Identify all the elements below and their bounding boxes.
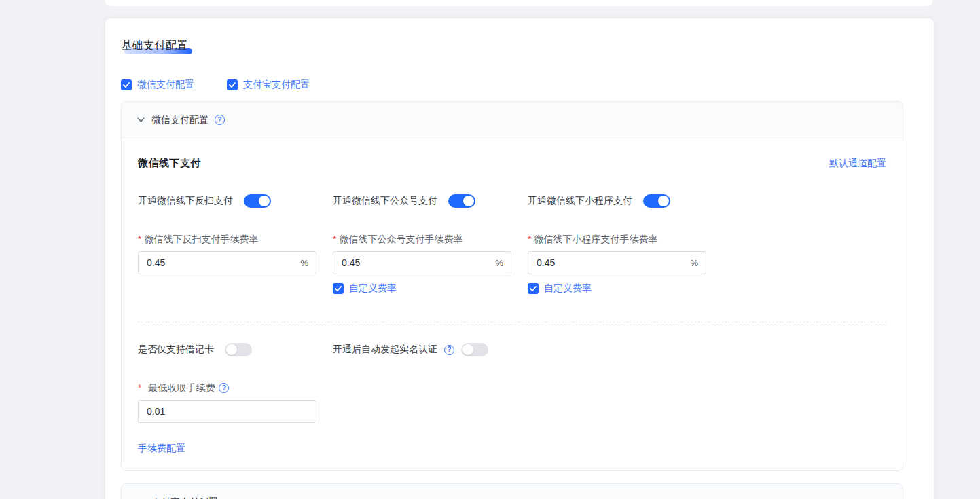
min-fee-input[interactable]	[138, 400, 316, 423]
fee-config-link[interactable]: 手续费配置	[138, 443, 185, 454]
alipay-config-checkbox[interactable]: 支付宝支付配置	[227, 79, 310, 91]
required-marker: *	[138, 382, 141, 394]
toggle-knob	[462, 344, 473, 355]
official-account-rate-input[interactable]	[333, 251, 511, 274]
rate-input-row: % % 自定义费率	[138, 251, 886, 295]
real-name-toggle-cell: 开通后自动发起实名认证 ?	[333, 343, 511, 356]
required-marker: *	[333, 234, 336, 244]
page-title: 基础支付配置	[121, 39, 188, 53]
wechat-panel-title: 微信支付配置	[151, 114, 208, 126]
alipay-pay-config-panel: 支付宝支付配置	[121, 483, 903, 499]
wechat-config-checkbox-label: 微信支付配置	[137, 79, 194, 91]
reverse-scan-rate-label: 微信线下反扫支付手续费率	[144, 234, 258, 244]
toggle-knob	[658, 196, 669, 206]
rate-label-row: *微信线下反扫支付手续费率 *微信线下公众号支付手续费率 *微信线下小程序支付手…	[138, 233, 886, 246]
help-icon[interactable]: ?	[444, 345, 454, 355]
wechat-panel-body: 微信线下支付 默认通道配置 开通微信线下反扫支付 开通微信线下公众号支付 开通微…	[122, 138, 903, 470]
custom-rate-checkbox-label: 自定义费率	[544, 282, 592, 295]
help-icon[interactable]: ?	[215, 115, 225, 125]
official-account-custom-rate-checkbox[interactable]: 自定义费率	[333, 282, 511, 295]
basic-payment-config-card: 基础支付配置 微信支付配置 支付宝支付配置 微信支付配置 ? 微信线下支付 默认…	[105, 18, 934, 499]
toggle-knob	[259, 196, 270, 206]
official-account-pay-toggle[interactable]	[448, 194, 475, 208]
checkbox-checked-icon	[121, 79, 132, 90]
mini-program-rate-field: %	[528, 251, 706, 274]
official-account-rate-label: 微信线下公众号支付手续费率	[339, 234, 462, 244]
mini-program-rate-input[interactable]	[528, 251, 706, 274]
required-marker: *	[528, 234, 531, 244]
custom-rate-checkbox-label: 自定义费率	[349, 282, 397, 295]
toggle-knob	[226, 344, 237, 355]
offline-pay-section-header: 微信线下支付 默认通道配置	[138, 157, 886, 170]
reverse-scan-toggle-cell: 开通微信线下反扫支付	[138, 194, 316, 208]
mini-program-custom-rate-checkbox[interactable]: 自定义费率	[528, 282, 706, 295]
toggle-knob	[463, 196, 474, 206]
reverse-scan-pay-toggle[interactable]	[244, 194, 271, 208]
min-fee-field	[138, 400, 316, 423]
alipay-config-checkbox-label: 支付宝支付配置	[243, 79, 310, 91]
dashed-divider	[138, 322, 886, 322]
auto-real-name-toggle[interactable]	[461, 343, 488, 356]
min-fee-label-row: *最低收取手续费 ?	[138, 382, 886, 394]
offline-pay-section-title: 微信线下支付	[138, 157, 201, 170]
alipay-panel-header[interactable]: 支付宝支付配置	[122, 484, 903, 499]
debit-card-toggle-cell: 是否仅支持借记卡	[138, 343, 316, 356]
real-name-toggle-label: 开通后自动发起实名认证	[333, 344, 437, 356]
wechat-config-checkbox[interactable]: 微信支付配置	[121, 79, 194, 91]
official-account-toggle-cell: 开通微信线下公众号支付	[333, 194, 511, 208]
checkbox-checked-icon	[528, 283, 539, 294]
help-icon[interactable]: ?	[219, 383, 229, 393]
debit-card-toggle-label: 是否仅支持借记卡	[138, 344, 214, 356]
previous-card-bottom-edge	[105, 0, 932, 6]
default-channel-config-link[interactable]: 默认通道配置	[829, 158, 886, 170]
debit-card-only-toggle[interactable]	[225, 343, 252, 356]
reverse-scan-rate-field: %	[138, 251, 316, 274]
mini-program-rate-label: 微信线下小程序支付手续费率	[534, 234, 657, 244]
mini-program-pay-toggle[interactable]	[643, 194, 670, 208]
secondary-toggle-row: 是否仅支持借记卡 开通后自动发起实名认证 ?	[138, 343, 886, 356]
fee-config-link-row: 手续费配置	[138, 443, 886, 455]
alipay-panel-title: 支付宝支付配置	[151, 496, 218, 499]
required-marker: *	[138, 234, 141, 244]
chevron-down-icon	[137, 115, 145, 124]
checkbox-checked-icon	[227, 79, 238, 90]
wechat-pay-config-panel: 微信支付配置 ? 微信线下支付 默认通道配置 开通微信线下反扫支付 开通微信线下…	[121, 101, 903, 471]
reverse-scan-rate-input[interactable]	[138, 251, 316, 274]
payment-config-checkbox-row: 微信支付配置 支付宝支付配置	[121, 79, 903, 91]
min-fee-label: 最低收取手续费	[148, 382, 215, 394]
pay-toggle-row: 开通微信线下反扫支付 开通微信线下公众号支付 开通微信线下小程序支付	[138, 194, 886, 208]
checkbox-checked-icon	[333, 283, 344, 294]
official-account-rate-field: %	[333, 251, 511, 274]
wechat-panel-header[interactable]: 微信支付配置 ?	[122, 102, 903, 138]
mini-program-toggle-cell: 开通微信线下小程序支付	[528, 194, 706, 208]
